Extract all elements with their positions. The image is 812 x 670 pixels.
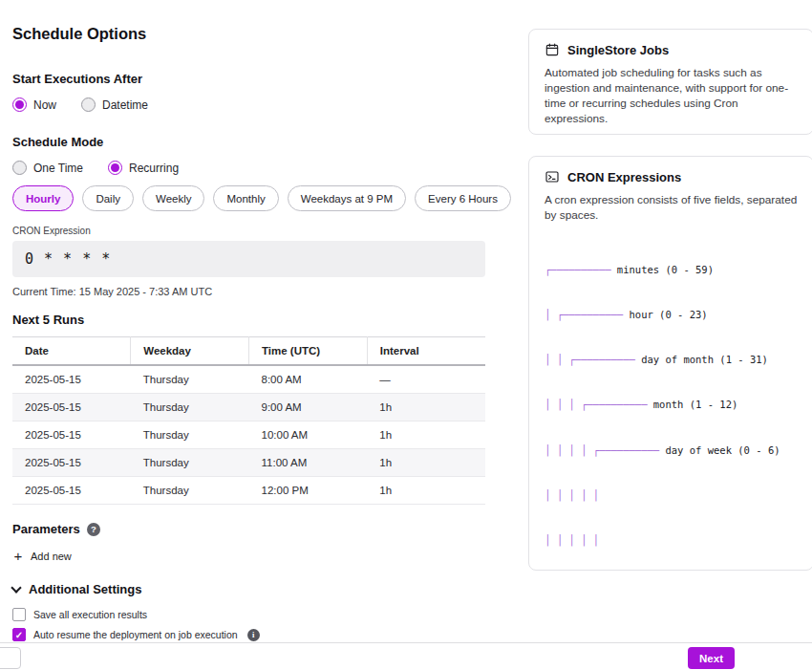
diagram-row: │ │ │ │ │ bbox=[545, 488, 798, 504]
column-header-weekday: Weekday bbox=[131, 337, 249, 366]
start-executions-title: Start Executions After bbox=[12, 72, 485, 86]
checkbox-auto-resume-label: Auto resume the deployment on job execut… bbox=[33, 629, 238, 640]
diagram-row: │ ┌────────── hour (0 - 23) bbox=[545, 308, 798, 323]
chip-daily[interactable]: Daily bbox=[82, 185, 134, 211]
checkbox-unchecked-icon bbox=[12, 608, 26, 621]
diagram-line: │ │ ┌────────── bbox=[545, 354, 641, 365]
table-row: 2025-05-15 Thursday 8:00 AM — bbox=[12, 365, 485, 394]
info-circle-icon[interactable] bbox=[247, 629, 260, 641]
diagram-label: minutes (0 - 59) bbox=[617, 264, 714, 275]
diagram-line: │ ┌────────── bbox=[545, 309, 630, 320]
chip-weekdays-9pm[interactable]: Weekdays at 9 PM bbox=[288, 185, 406, 211]
cell-weekday: Thursday bbox=[131, 365, 249, 394]
cron-expression-label: CRON Expression bbox=[12, 226, 485, 236]
diagram-line: │ │ │ ┌────────── bbox=[545, 399, 653, 410]
radio-option-now[interactable]: Now bbox=[12, 97, 56, 112]
chip-every-6-hours[interactable]: Every 6 Hours bbox=[415, 185, 511, 211]
diagram-label: day of month (1 - 31) bbox=[641, 354, 768, 365]
checkbox-auto-resume[interactable]: Auto resume the deployment on job execut… bbox=[12, 628, 485, 641]
diagram-label: day of week (0 - 6) bbox=[665, 444, 780, 456]
cell-interval: 1h bbox=[367, 421, 485, 449]
add-new-label: Add new bbox=[31, 551, 72, 562]
table-header-row: Date Weekday Time (UTC) Interval bbox=[12, 337, 485, 366]
calendar-icon bbox=[545, 42, 560, 57]
cell-weekday: Thursday bbox=[131, 421, 249, 449]
add-new-button[interactable]: Add new bbox=[12, 549, 72, 563]
cell-weekday: Thursday bbox=[131, 477, 249, 505]
jobs-card-title: SingleStore Jobs bbox=[567, 43, 669, 57]
diagram-line: ┌────────── bbox=[545, 264, 617, 275]
terminal-icon bbox=[545, 169, 560, 184]
checkbox-checked-icon bbox=[12, 628, 26, 641]
current-time-text: Current Time: 15 May 2025 - 7:33 AM UTC bbox=[12, 286, 485, 297]
table-row: 2025-05-15 Thursday 9:00 AM 1h bbox=[12, 394, 485, 421]
question-circle-icon[interactable] bbox=[87, 523, 100, 536]
checkbox-save-results[interactable]: Save all execution results bbox=[12, 608, 485, 621]
cron-card-header: CRON Expressions bbox=[545, 169, 798, 184]
diagram-line: │ │ │ │ │ bbox=[545, 534, 599, 546]
radio-option-one-time[interactable]: One Time bbox=[12, 161, 83, 175]
start-executions-radio-group: Now Datetime bbox=[12, 97, 485, 112]
cell-time: 10:00 AM bbox=[249, 421, 368, 449]
column-header-interval: Interval bbox=[367, 337, 485, 366]
schedule-form: Schedule Options Start Executions After … bbox=[12, 0, 485, 641]
chip-weekly[interactable]: Weekly bbox=[142, 185, 205, 211]
cell-weekday: Thursday bbox=[131, 394, 249, 421]
diagram-line: │ │ │ │ │ bbox=[545, 489, 599, 501]
cell-interval: — bbox=[367, 365, 485, 394]
radio-option-one-time-label: One Time bbox=[33, 162, 83, 175]
radio-option-now-label: Now bbox=[33, 98, 56, 112]
chevron-down-icon bbox=[11, 582, 21, 593]
schedule-mode-title: Schedule Mode bbox=[12, 135, 485, 149]
diagram-row: ┌────────── minutes (0 - 59) bbox=[545, 263, 798, 278]
cron-fields-diagram: ┌────────── minutes (0 - 59) │ ┌────────… bbox=[545, 232, 798, 571]
next-runs-title: Next 5 Runs bbox=[12, 313, 485, 327]
diagram-label: month (1 - 12) bbox=[653, 399, 738, 410]
cron-expression-input[interactable] bbox=[12, 241, 485, 277]
radio-unselected-icon bbox=[81, 97, 96, 112]
cron-expressions-card: CRON Expressions A cron expression consi… bbox=[528, 156, 812, 571]
diagram-row: │ │ │ │ │ bbox=[545, 533, 798, 549]
cron-card-title: CRON Expressions bbox=[567, 170, 681, 184]
parameters-header: Parameters bbox=[12, 522, 485, 536]
cell-time: 9:00 AM bbox=[249, 394, 368, 421]
chip-hourly[interactable]: Hourly bbox=[12, 185, 74, 211]
radio-option-datetime[interactable]: Datetime bbox=[81, 97, 148, 112]
radio-option-recurring-label: Recurring bbox=[129, 162, 179, 175]
plus-icon bbox=[12, 549, 24, 563]
cell-interval: 1h bbox=[367, 477, 485, 505]
checkbox-save-results-label: Save all execution results bbox=[33, 609, 147, 620]
radio-selected-icon bbox=[12, 97, 27, 112]
cell-date: 2025-05-15 bbox=[12, 421, 131, 449]
radio-selected-icon bbox=[108, 161, 122, 175]
diagram-row: │ │ │ │ ┌────────── day of week (0 - 6) bbox=[545, 443, 798, 459]
radio-option-recurring[interactable]: Recurring bbox=[108, 161, 179, 175]
additional-settings-toggle[interactable]: Additional Settings bbox=[12, 582, 485, 596]
diagram-line: │ │ │ │ ┌────────── bbox=[545, 444, 665, 456]
column-header-date: Date bbox=[12, 337, 131, 366]
diagram-label: hour (0 - 23) bbox=[630, 309, 708, 320]
jobs-card-description: Automated job scheduling for tasks such … bbox=[545, 65, 798, 126]
chip-monthly[interactable]: Monthly bbox=[213, 185, 278, 211]
cell-date: 2025-05-15 bbox=[12, 477, 131, 505]
table-row: 2025-05-15 Thursday 12:00 PM 1h bbox=[12, 477, 485, 505]
footer-cut-button[interactable] bbox=[0, 647, 21, 669]
cell-weekday: Thursday bbox=[131, 449, 249, 477]
next-runs-table: Date Weekday Time (UTC) Interval 2025-05… bbox=[12, 336, 485, 505]
cell-time: 12:00 PM bbox=[249, 477, 368, 505]
radio-option-datetime-label: Datetime bbox=[102, 98, 148, 112]
cell-date: 2025-05-15 bbox=[12, 394, 131, 421]
cron-preset-chips: Hourly Daily Weekly Monthly Weekdays at … bbox=[12, 185, 485, 211]
diagram-row: │ │ ┌────────── day of month (1 - 31) bbox=[545, 353, 798, 368]
cell-time: 8:00 AM bbox=[249, 365, 368, 394]
singlestore-jobs-card: SingleStore Jobs Automated job schedulin… bbox=[528, 29, 812, 135]
cell-interval: 1h bbox=[367, 394, 485, 421]
column-header-time: Time (UTC) bbox=[249, 337, 368, 366]
cell-date: 2025-05-15 bbox=[12, 449, 131, 477]
jobs-card-header: SingleStore Jobs bbox=[545, 42, 798, 57]
schedule-mode-radio-group: One Time Recurring bbox=[12, 161, 485, 175]
diagram-row: │ │ │ ┌────────── month (1 - 12) bbox=[545, 398, 798, 413]
page-title: Schedule Options bbox=[12, 25, 485, 43]
additional-settings-title: Additional Settings bbox=[29, 582, 141, 596]
next-button[interactable]: Next bbox=[688, 647, 735, 669]
